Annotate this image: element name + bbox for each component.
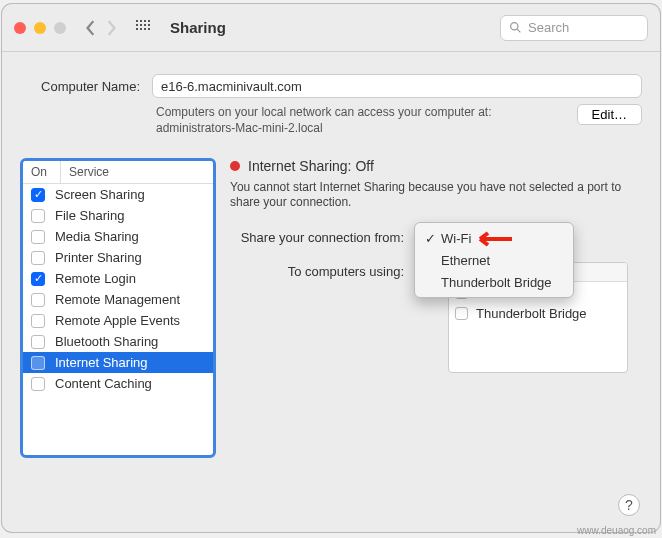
service-checkbox[interactable]	[31, 377, 45, 391]
to-computers-label: To computers using:	[230, 262, 414, 279]
menu-item-label: Ethernet	[441, 253, 490, 268]
service-label: Internet Sharing	[55, 355, 148, 370]
menu-item[interactable]: Thunderbolt Bridge	[415, 271, 573, 293]
window-title: Sharing	[170, 19, 226, 36]
services-list: On Service Screen SharingFile SharingMed…	[20, 158, 216, 458]
svg-point-0	[511, 23, 518, 30]
service-label: Screen Sharing	[55, 187, 145, 202]
port-label: Thunderbolt Bridge	[476, 306, 587, 321]
port-row[interactable]: Thunderbolt Bridge	[449, 303, 627, 324]
minimize-button[interactable]	[34, 22, 46, 34]
menu-item-label: Wi-Fi	[441, 231, 471, 246]
service-row[interactable]: File Sharing	[23, 205, 213, 226]
show-all-icon[interactable]	[136, 20, 152, 36]
forward-icon[interactable]	[104, 20, 118, 36]
traffic-lights	[14, 22, 66, 34]
edit-button[interactable]: Edit…	[577, 104, 642, 125]
share-from-label: Share your connection from:	[230, 228, 414, 245]
search-placeholder: Search	[528, 20, 569, 35]
nav-buttons	[84, 20, 118, 36]
service-detail: Internet Sharing: Off You cannot start I…	[230, 158, 642, 458]
help-button[interactable]: ?	[618, 494, 640, 516]
share-from-popup[interactable]: ✓Wi-FiEthernetThunderbolt Bridge	[414, 228, 574, 250]
service-checkbox[interactable]	[31, 356, 45, 370]
computer-name-input[interactable]: e16-6.macminivault.com	[152, 74, 642, 98]
port-checkbox[interactable]	[455, 307, 468, 320]
service-label: Remote Apple Events	[55, 313, 180, 328]
search-icon	[509, 21, 522, 34]
service-label: Remote Login	[55, 271, 136, 286]
zoom-button[interactable]	[54, 22, 66, 34]
service-checkbox[interactable]	[31, 293, 45, 307]
col-on: On	[23, 161, 61, 183]
titlebar: Sharing Search	[2, 4, 660, 52]
service-row[interactable]: Media Sharing	[23, 226, 213, 247]
service-row[interactable]: Remote Login	[23, 268, 213, 289]
sharing-prefs-window: Sharing Search Computer Name: e16-6.macm…	[2, 4, 660, 532]
svg-line-1	[517, 29, 520, 32]
service-row[interactable]: Internet Sharing	[23, 352, 213, 373]
service-row[interactable]: Remote Management	[23, 289, 213, 310]
service-checkbox[interactable]	[31, 188, 45, 202]
search-field[interactable]: Search	[500, 15, 648, 41]
arrow-annotation-icon	[474, 230, 514, 248]
service-checkbox[interactable]	[31, 272, 45, 286]
service-row[interactable]: Bluetooth Sharing	[23, 331, 213, 352]
content-area: Computer Name: e16-6.macminivault.com Co…	[2, 52, 660, 472]
computer-name-helper: Computers on your local network can acce…	[156, 104, 567, 136]
service-label: Content Caching	[55, 376, 152, 391]
col-service: Service	[61, 161, 117, 183]
menu-item-label: Thunderbolt Bridge	[441, 275, 552, 290]
service-checkbox[interactable]	[31, 230, 45, 244]
service-checkbox[interactable]	[31, 335, 45, 349]
service-label: Remote Management	[55, 292, 180, 307]
service-checkbox[interactable]	[31, 209, 45, 223]
service-row[interactable]: Printer Sharing	[23, 247, 213, 268]
service-label: Media Sharing	[55, 229, 139, 244]
check-icon: ✓	[423, 231, 437, 246]
status-dot-icon	[230, 161, 240, 171]
computer-name-label: Computer Name:	[20, 79, 140, 94]
service-checkbox[interactable]	[31, 251, 45, 265]
watermark: www.deuaog.com	[577, 525, 656, 536]
menu-item[interactable]: Ethernet	[415, 249, 573, 271]
back-icon[interactable]	[84, 20, 98, 36]
service-label: Printer Sharing	[55, 250, 142, 265]
status-description: You cannot start Internet Sharing becaus…	[230, 180, 642, 210]
service-row[interactable]: Remote Apple Events	[23, 310, 213, 331]
service-checkbox[interactable]	[31, 314, 45, 328]
service-row[interactable]: Content Caching	[23, 373, 213, 394]
status-title: Internet Sharing: Off	[248, 158, 374, 174]
service-label: File Sharing	[55, 208, 124, 223]
close-button[interactable]	[14, 22, 26, 34]
service-row[interactable]: Screen Sharing	[23, 184, 213, 205]
service-label: Bluetooth Sharing	[55, 334, 158, 349]
